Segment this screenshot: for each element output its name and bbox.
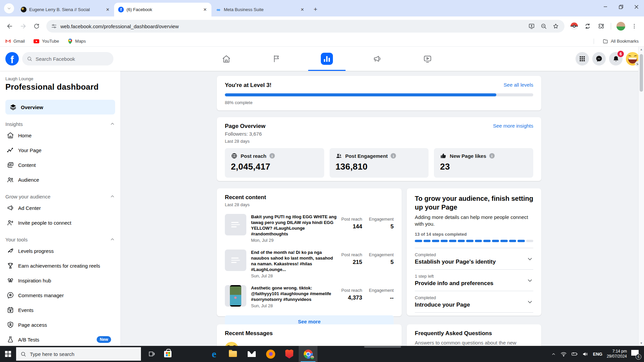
scroll-up-arrow[interactable]: ▲ [639,47,644,52]
stat-post-reach[interactable]: Post reach i 2,045,417 [225,148,324,178]
profile-avatar-button[interactable] [615,20,627,32]
bookmark-gmail[interactable]: Gmail [5,39,25,44]
content-post-row[interactable]: Bakit yung PUTI ng itlog EGG WHITE ang t… [225,214,394,243]
mail-icon [248,351,256,357]
nav-tab-pages[interactable] [258,47,295,71]
site-info-icon[interactable] [51,23,57,29]
browser-menu-button[interactable] [629,20,640,32]
chevron-down-icon[interactable] [527,277,533,284]
sidebar-item-home[interactable]: Home [5,128,115,143]
nav-tab-home[interactable] [207,47,245,71]
browser-tab-facebook[interactable]: f (6) Facebook ✕ [114,3,211,16]
address-bar[interactable]: web.facebook.com/professional_dashboard/… [46,20,564,33]
stat-new-page-likes[interactable]: New Page likes i 23 [434,148,533,178]
install-app-icon[interactable] [528,23,535,30]
nav-tab-video[interactable] [409,47,446,71]
forward-button[interactable] [17,20,29,32]
sidebar-section-grow-your-audience[interactable]: Grow your audience [5,192,115,200]
info-icon[interactable]: i [391,153,396,159]
battery-icon[interactable] [571,351,578,357]
page-scrollbar[interactable]: ▲ ▼ [638,47,644,346]
content-post-row[interactable]: Aesthetic gone wrong. tiktok: @faithyyy1… [225,285,394,308]
all-bookmarks-button[interactable]: All Bookmarks [603,39,639,44]
new-tab-button[interactable]: + [311,5,320,14]
extensions-button[interactable] [595,20,607,32]
sidebar-item-content[interactable]: Content [5,157,115,172]
restore-button[interactable] [613,0,629,13]
apps-menu-button[interactable] [576,52,589,65]
notifications-button[interactable]: 6 [609,52,623,65]
setup-section-identity[interactable]: Completed Establish your Page's identity [415,248,533,270]
reload-button[interactable] [31,20,42,32]
firefox-button[interactable] [261,346,280,362]
edge-button[interactable]: e [205,346,224,362]
horizontal-scrollbar-thumb[interactable] [364,346,401,348]
sidebar-item-ad-center[interactable]: Ad Center [5,200,115,215]
mail-button[interactable] [242,346,261,362]
microsoft-store-button[interactable] [160,346,176,362]
content-post-row[interactable]: End of the month na! Di ko pa nga nauubo… [225,250,394,278]
sync-extension-button[interactable] [582,20,593,32]
back-button[interactable] [4,20,15,32]
sidebar-item-events[interactable]: Events [5,303,115,317]
task-view-button[interactable] [144,346,160,362]
chevron-down-icon[interactable] [527,256,533,262]
file-explorer-button[interactable] [224,346,242,362]
sidebar-item-levels-progress[interactable]: Levels progress [5,243,115,258]
close-button[interactable] [629,0,644,13]
brave-button[interactable] [280,346,299,362]
browser-tab-meta[interactable]: ∞ Meta Business Suite ✕ [211,3,309,16]
sidebar-item-ab-tests[interactable]: A/B Tests New [5,332,115,346]
nav-tab-ads[interactable] [358,47,396,71]
bookmark-maps[interactable]: Maps [68,39,86,44]
volume-icon[interactable] [582,351,589,357]
chevron-down-icon[interactable] [527,299,533,305]
setup-section-introduce[interactable]: Completed Introduce your Page [415,291,533,313]
see-all-levels-link[interactable]: See all levels [504,82,533,88]
start-button[interactable] [0,346,16,362]
sidebar-section-insights[interactable]: Insights [5,120,115,128]
bookmark-star-icon[interactable] [552,23,559,30]
sidebar-item-comments-manager[interactable]: Comments manager [5,288,115,303]
sidebar-section-your-tools[interactable]: Your tools [5,235,115,243]
scroll-down-arrow[interactable]: ▼ [639,341,644,346]
stat-post-engagement[interactable]: Post Engagement i 136,810 [330,148,429,178]
taskbar-search-input[interactable]: Type here to search [16,347,141,361]
nav-tab-insights-active[interactable] [308,47,346,71]
bookmark-youtube[interactable]: YouTube [34,39,59,44]
sidebar-item-audience[interactable]: Audience [5,172,115,187]
sidebar-item-your-page[interactable]: Your Page [5,143,115,157]
scrollbar-thumb[interactable] [640,54,643,92]
see-more-insights-link[interactable]: See more insights [493,123,533,129]
gmail-icon [5,39,11,43]
zoom-icon[interactable] [540,23,547,30]
info-icon[interactable]: i [489,153,495,159]
browser-tab-1[interactable]: Eugene Lerry B. Siena // Social ✕ [17,3,114,16]
chrome-button-active[interactable] [299,346,317,362]
sidebar-item-inspiration-hub[interactable]: Inspiration hub [5,273,115,288]
message-sender-avatar[interactable] [225,342,238,346]
profile-menu-button[interactable] [626,52,639,65]
tray-chevron-up-icon[interactable] [551,352,556,357]
sidebar-item-page-access[interactable]: Page access [5,317,115,332]
section-label: Insights [5,121,23,127]
action-center-button[interactable]: 6 [631,350,640,358]
info-icon[interactable]: i [269,153,275,159]
sidebar-item-earn-achievements[interactable]: Earn achievements for creating reels [5,258,115,273]
facebook-logo[interactable]: f [5,52,19,65]
tab-close-icon[interactable]: ✕ [299,7,305,13]
url-text[interactable]: web.facebook.com/professional_dashboard/… [60,24,528,29]
tab-close-icon[interactable]: ✕ [202,7,208,13]
language-indicator[interactable]: ENG [593,352,602,357]
tab-list-chevron-button[interactable] [4,3,14,13]
sidebar-item-invite-people[interactable]: Invite people to connect [5,215,115,230]
messenger-button[interactable] [592,52,606,65]
wifi-icon[interactable] [560,351,567,357]
setup-section-info[interactable]: 1 step left Provide info and preferences [415,270,533,291]
taskbar-clock[interactable]: 7:14 pm 29/07/2024 [607,349,627,359]
facebook-search-input[interactable]: Search Facebook [22,52,113,65]
minimize-button[interactable] [598,0,613,13]
sidebar-item-overview[interactable]: Overview [5,100,115,115]
tab-close-icon[interactable]: ✕ [105,7,111,13]
pokeball-extension-button[interactable] [568,20,580,32]
